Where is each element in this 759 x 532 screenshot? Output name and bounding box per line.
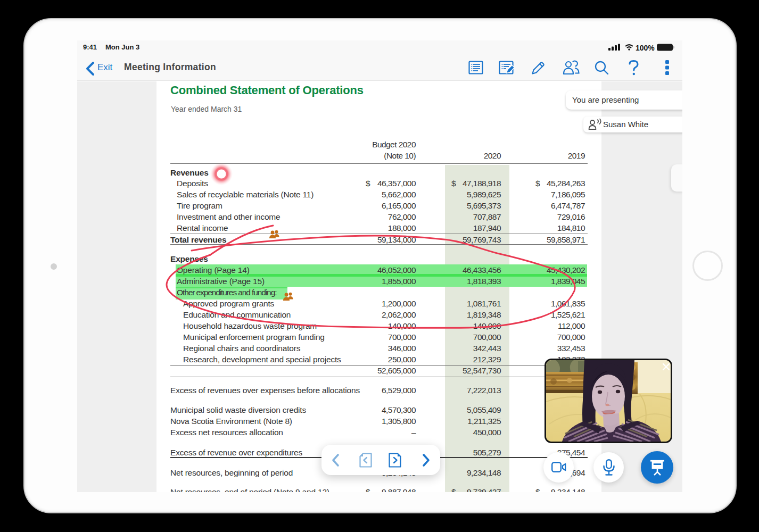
- svg-text:100%: 100%: [636, 44, 655, 52]
